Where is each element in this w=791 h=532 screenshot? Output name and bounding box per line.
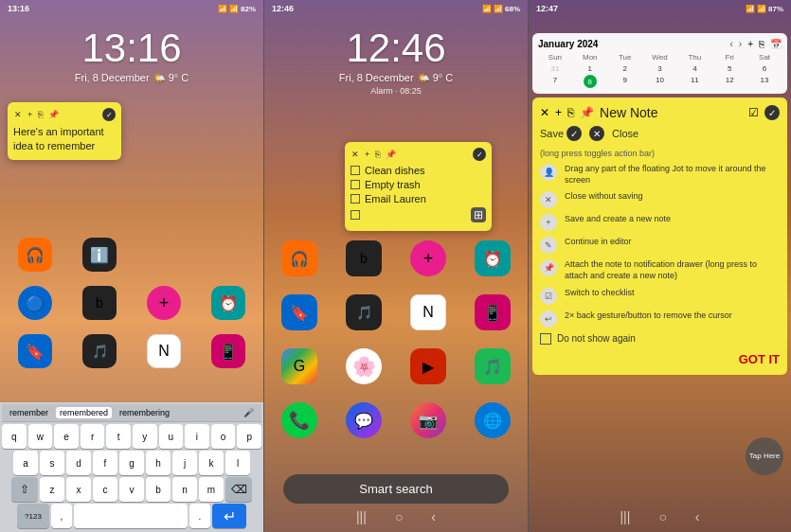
note2-add-btn[interactable]: + (364, 149, 370, 160)
tap-here-button[interactable]: Tap Here (746, 437, 783, 475)
icon2-messenger[interactable]: 💬 (334, 402, 393, 438)
calendar-next[interactable]: › (739, 39, 742, 49)
icon2-phone[interactable]: 📞 (270, 402, 329, 438)
icon2-spotify[interactable]: 🎵 (463, 348, 522, 384)
key-z[interactable]: z (40, 477, 64, 502)
suggestion-remembering[interactable]: remembering (116, 407, 173, 418)
icon-plus[interactable]: + (135, 286, 193, 320)
icon2-notion[interactable]: N (399, 294, 458, 330)
checkbox-2[interactable] (351, 180, 360, 189)
close-x-icon[interactable]: ✕ (589, 126, 604, 141)
key-shift[interactable]: ⇧ (11, 477, 38, 502)
nav-recents[interactable]: ▽ (145, 451, 155, 466)
key-v[interactable]: v (119, 477, 144, 502)
key-x[interactable]: x (66, 477, 91, 502)
got-it-text[interactable]: GOT IT (739, 352, 780, 366)
note-panel-expand[interactable]: ⎘ (567, 106, 574, 119)
note-add-btn[interactable]: + (27, 109, 33, 120)
key-numbers[interactable]: ?123 (17, 504, 49, 528)
nav3-recents[interactable]: ‹ (695, 509, 700, 524)
note-check-btn[interactable]: ✓ (102, 108, 116, 121)
icon2-audible[interactable]: 🎧 (270, 240, 329, 276)
save-button[interactable]: Save ✓ (540, 126, 582, 141)
note-edit-btn[interactable]: ⎘ (37, 109, 44, 120)
suggestion-remembered[interactable]: remembered (56, 407, 112, 418)
icon-circle-blue[interactable]: 🔵 (6, 286, 64, 320)
icon2-edge[interactable]: 🌐 (463, 402, 522, 438)
icon2-bereal[interactable]: b (334, 240, 393, 276)
note2-check-btn[interactable]: ✓ (473, 148, 486, 161)
panel1-keyboard[interactable]: remember remembered remembering 🎤 q w e … (0, 402, 263, 532)
nav2-back[interactable]: ||| (356, 509, 367, 524)
key-backspace[interactable]: ⌫ (225, 477, 252, 502)
dont-show-checkbox[interactable] (540, 333, 551, 345)
nav-home[interactable]: ○ (109, 451, 117, 466)
calendar-prev[interactable]: ‹ (729, 39, 732, 49)
cursor-icon: ↩ (540, 310, 557, 328)
icon-info[interactable]: ℹ️ (70, 238, 129, 272)
got-it-button[interactable]: GOT IT (540, 350, 780, 367)
note-panel-add[interactable]: + (555, 106, 562, 119)
key-space[interactable] (74, 504, 188, 528)
icon-notion[interactable]: N (135, 334, 193, 368)
nav2-recents[interactable]: ‹ (431, 509, 436, 524)
key-q[interactable]: q (2, 424, 27, 449)
key-comma[interactable]: , (51, 504, 72, 528)
calendar-expand[interactable]: ⎘ (759, 39, 764, 49)
key-r[interactable]: r (81, 424, 105, 449)
note2-close-btn[interactable]: ✕ (351, 149, 360, 160)
note2-edit-btn[interactable]: ⎘ (374, 149, 381, 160)
checkbox-3[interactable] (351, 194, 360, 204)
icon-audible[interactable]: 🎧 (6, 238, 64, 272)
suggestion-remember[interactable]: remember (6, 407, 52, 418)
icon2-audio[interactable]: 🎵 (334, 294, 393, 330)
calendar-settings[interactable]: 📅 (770, 39, 782, 49)
key-e[interactable]: e (54, 424, 79, 449)
key-y[interactable]: y (133, 424, 157, 449)
panel2-checklist-widget[interactable]: ✕ + ⎘ 📌 ✓ Clean dishes Empty trash Email… (345, 142, 492, 231)
panel1-note-widget[interactable]: ✕ + ⎘ 📌 ✓ Here's an important idea to re… (8, 102, 121, 160)
note-pin-btn[interactable]: 📌 (47, 109, 60, 120)
icon2-clock[interactable]: ⏰ (463, 240, 522, 276)
calendar-add[interactable]: + (747, 39, 753, 49)
mic-icon[interactable]: 🎤 (240, 407, 258, 418)
key-n[interactable]: n (172, 477, 197, 502)
nav3-home[interactable]: ○ (658, 509, 666, 524)
icon2-google[interactable]: G (270, 348, 329, 384)
checkbox-1[interactable] (351, 166, 360, 175)
icon-clock[interactable]: ⏰ (199, 286, 258, 320)
icon-audio[interactable]: 🎵 (70, 334, 129, 368)
key-return[interactable]: ↵ (212, 504, 246, 528)
key-i[interactable]: i (185, 424, 209, 449)
note-panel-close[interactable]: ✕ (540, 106, 549, 119)
note-panel-check[interactable]: ✓ (764, 105, 780, 120)
key-w[interactable]: w (28, 424, 53, 449)
key-o[interactable]: o (211, 424, 236, 449)
key-period[interactable]: . (189, 504, 210, 528)
key-u[interactable]: u (159, 424, 184, 449)
nav-apps[interactable]: ⠿ (184, 451, 193, 466)
key-m[interactable]: m (199, 477, 224, 502)
nav-back[interactable]: ||| (70, 451, 81, 466)
smart-search-bar[interactable]: Smart search (283, 474, 509, 504)
key-t[interactable]: t (106, 424, 131, 449)
icon2-youtube[interactable]: ▶ (399, 348, 458, 384)
icon2-camera[interactable]: 📷 (399, 402, 458, 438)
icon-bereal[interactable]: b (70, 286, 129, 320)
key-p[interactable]: p (237, 424, 261, 449)
icon2-bookmark[interactable]: 🔖 (270, 294, 329, 330)
nav2-home[interactable]: ○ (395, 509, 403, 524)
note2-pin-btn[interactable]: 📌 (385, 149, 397, 160)
note-panel-checkbox[interactable]: ☑ (748, 106, 759, 119)
icon-bookmark[interactable]: 🔖 (6, 334, 64, 368)
key-b[interactable]: b (146, 477, 171, 502)
checkbox-4[interactable] (351, 210, 360, 220)
note-close-btn[interactable]: ✕ (13, 109, 23, 120)
nav3-back[interactable]: ||| (620, 509, 630, 524)
icon2-plus[interactable]: + (399, 240, 458, 276)
key-c[interactable]: c (93, 477, 117, 502)
icon2-pink-app[interactable]: 📱 (463, 294, 522, 330)
icon2-photos[interactable]: 🌸 (334, 348, 393, 384)
icon-pink-app[interactable]: 📱 (199, 334, 258, 368)
note-panel-pin[interactable]: 📌 (580, 106, 594, 119)
